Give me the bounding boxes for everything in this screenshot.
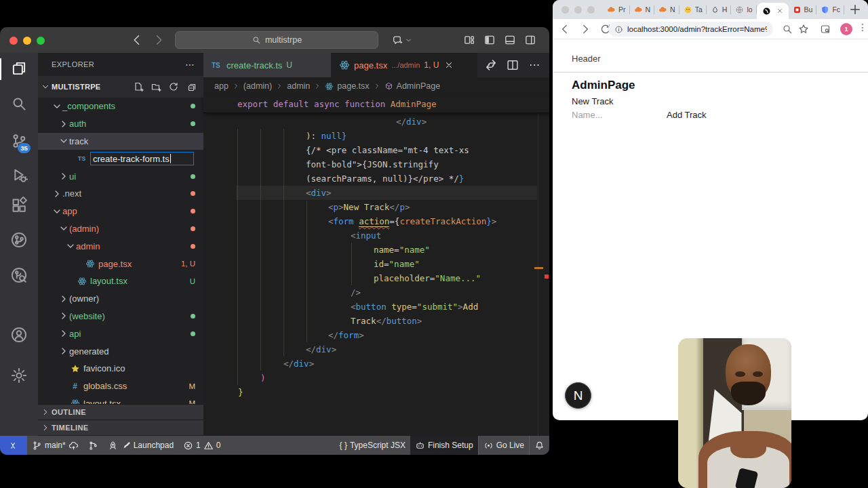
remote-indicator[interactable]	[0, 436, 27, 455]
forward-icon[interactable]	[152, 33, 165, 47]
git-graph-icon[interactable]	[10, 231, 28, 249]
browser-tab-Bu[interactable]: Bu	[789, 0, 817, 19]
code-line-20[interactable]: }	[203, 385, 549, 399]
accounts-icon[interactable]	[10, 326, 28, 344]
zoom-icon[interactable]	[782, 24, 793, 35]
breadcrumb-item[interactable]: page.tsx	[337, 81, 369, 91]
close-window-button[interactable]	[561, 6, 569, 14]
split-editor-icon[interactable]	[506, 58, 519, 72]
outline-section[interactable]: OUTLINE	[38, 404, 203, 420]
finish-setup-status[interactable]: Finish Setup	[410, 436, 478, 455]
code-line-6[interactable]: <div>	[203, 186, 549, 200]
source-control-graph-status[interactable]	[83, 436, 103, 455]
code-line-10[interactable]: name="name"	[203, 243, 549, 257]
code-line-19[interactable]: )	[203, 371, 549, 385]
sticky-scroll-line[interactable]: export default async function AdminPage	[203, 95, 549, 113]
explorer-more-icon[interactable]: ⋯	[185, 59, 195, 70]
tree-row-generated[interactable]: generated	[38, 342, 203, 360]
breadcrumb-item[interactable]: admin	[287, 81, 310, 91]
browser-tab-H[interactable]: H	[707, 0, 732, 19]
open-changes-icon[interactable]	[484, 58, 498, 72]
breadcrumb-item[interactable]: AdminPage	[397, 81, 441, 91]
tree-row-page.tsx[interactable]: page.tsx1, U	[38, 255, 203, 272]
git-search-icon[interactable]	[10, 266, 28, 284]
breadcrumb-item[interactable]: (admin)	[243, 81, 272, 91]
customize-layout-button[interactable]	[463, 34, 475, 46]
tree-row--admin-[interactable]: (admin)	[38, 220, 203, 238]
site-info-icon[interactable]	[614, 25, 623, 34]
tree-row-.next[interactable]: .next	[38, 185, 203, 203]
new-tab-button[interactable]	[848, 3, 862, 16]
forward-icon[interactable]	[579, 23, 591, 35]
back-icon[interactable]	[559, 23, 571, 35]
tree-row-app[interactable]: app	[38, 203, 203, 220]
browser-tab-N[interactable]: N	[654, 0, 679, 19]
tab-create-track-ts[interactable]: TS create-track.ts U	[203, 53, 331, 77]
back-icon[interactable]	[130, 33, 144, 47]
command-center-search[interactable]: multistrpe	[175, 31, 378, 49]
nextjs-dev-badge[interactable]: N	[565, 382, 591, 409]
language-mode-status[interactable]: { } TypeScript JSX	[335, 436, 410, 455]
code-line-15[interactable]: Track</button>	[203, 314, 549, 328]
address-bar[interactable]: localhost:3000/admin?trackError=Name%20i…	[608, 22, 773, 37]
explorer-icon[interactable]	[10, 60, 28, 77]
code-line-16[interactable]: </form>	[203, 328, 549, 342]
problems-status[interactable]: 1 0	[178, 436, 225, 455]
tree-row-track[interactable]: track	[38, 133, 203, 150]
code-area[interactable]: </div>): null}{/* <pre className="mt-4 t…	[203, 113, 549, 436]
tree-row--website-[interactable]: (website)	[38, 308, 203, 325]
close-icon[interactable]	[444, 60, 454, 70]
code-line-1[interactable]: </div>	[203, 115, 549, 129]
timeline-section[interactable]: TIMELINE	[38, 420, 203, 435]
code-line-8[interactable]: <form action={createTrackAction}>	[203, 214, 549, 228]
browser-tab-N[interactable]: N	[630, 0, 655, 19]
copilot-menu-button[interactable]	[392, 33, 415, 47]
code-line-17[interactable]: </div>	[203, 342, 549, 357]
git-branch-status[interactable]: main*	[27, 436, 83, 455]
maximize-window-button[interactable]	[587, 6, 595, 14]
code-line-18[interactable]: </div>	[203, 357, 549, 371]
profile-avatar[interactable]: 1	[840, 23, 852, 35]
tree-row-layout.tsx[interactable]: layout.tsxU	[38, 272, 203, 290]
notifications-status[interactable]	[530, 436, 549, 455]
code-line-14[interactable]: <button type="submit">Add	[203, 300, 549, 314]
tree-row-api[interactable]: api	[38, 325, 203, 342]
code-line-9[interactable]: <input	[203, 228, 549, 243]
new-file-icon[interactable]	[133, 81, 144, 92]
toggle-secondary-sidebar-button[interactable]	[524, 34, 536, 46]
tree-row-create-track-form.ts[interactable]: TScreate-track-form.ts	[38, 150, 203, 167]
tree-row-favicon.ico[interactable]: favicon.ico	[38, 360, 203, 378]
breadcrumb-item[interactable]: app	[214, 81, 229, 91]
browser-tab-active[interactable]	[757, 3, 789, 19]
tree-row-auth[interactable]: auth	[38, 115, 203, 133]
browser-tab-Ta[interactable]: Ta	[679, 0, 707, 19]
add-track-button[interactable]: Add Track	[667, 110, 707, 120]
side-panel-icon[interactable]	[820, 24, 831, 35]
minimize-window-button[interactable]	[23, 37, 31, 45]
rename-input[interactable]: create-track-form.ts	[90, 152, 194, 165]
refresh-icon[interactable]	[168, 81, 179, 92]
browser-tab-Fc[interactable]: Fc	[816, 0, 844, 19]
code-line-3[interactable]: {/* <pre className="mt-4 text-xs	[203, 143, 549, 157]
tab-page-tsx[interactable]: page.tsx .../admin 1, U	[331, 53, 477, 77]
close-window-button[interactable]	[9, 37, 18, 45]
tree-row-globals.css[interactable]: #globals.cssM	[38, 378, 203, 395]
more-actions-icon[interactable]: ⋯	[528, 58, 541, 72]
tree-row-admin[interactable]: admin	[38, 237, 203, 255]
tree-row-ui[interactable]: ui	[38, 167, 203, 185]
code-line-2[interactable]: ): null}	[203, 129, 549, 143]
settings-gear-icon[interactable]	[10, 367, 28, 384]
code-line-13[interactable]: />	[203, 285, 549, 300]
close-icon[interactable]	[776, 7, 783, 14]
minimize-window-button[interactable]	[574, 6, 582, 14]
new-folder-icon[interactable]	[151, 81, 161, 92]
launchpad-status[interactable]: Launchpad	[103, 436, 178, 455]
code-line-4[interactable]: font-bold">{JSON.stringify	[203, 157, 549, 171]
go-live-status[interactable]: Go Live	[478, 436, 530, 455]
code-line-12[interactable]: placeholder="Name..."	[203, 271, 549, 285]
tree-row--owner-[interactable]: (owner)	[38, 290, 203, 308]
code-line-7[interactable]: <p>New Track</p>	[203, 200, 549, 214]
code-line-11[interactable]: id="name"	[203, 257, 549, 271]
run-debug-icon[interactable]	[10, 166, 28, 184]
maximize-window-button[interactable]	[37, 37, 45, 45]
